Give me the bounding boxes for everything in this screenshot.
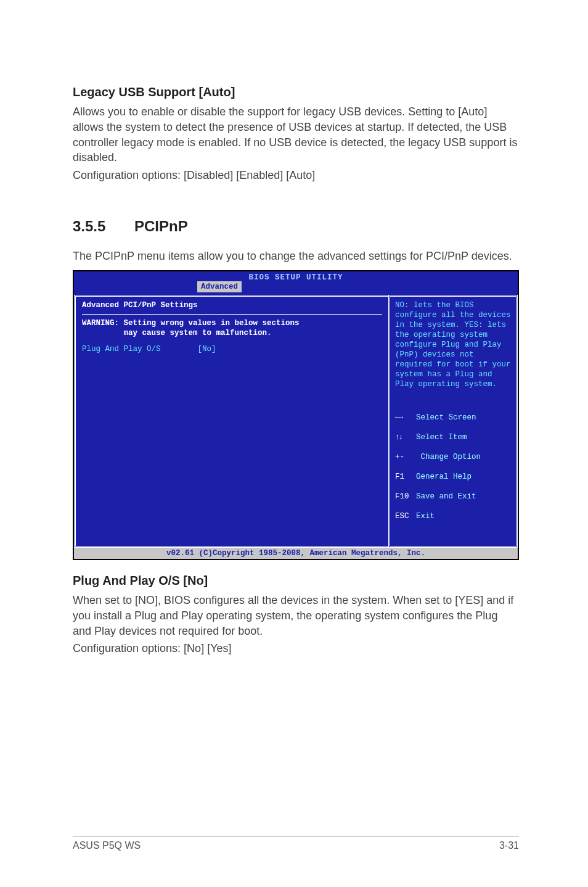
section-heading-pcipnp: 3.5.5 PCIPnP bbox=[73, 218, 519, 235]
bios-divider bbox=[82, 314, 382, 315]
key-plus-minus: +- bbox=[395, 452, 416, 462]
page-footer: ASUS P5Q WS 3-31 bbox=[73, 836, 519, 851]
bios-warning: WARNING: Setting wrong values in below s… bbox=[82, 318, 382, 338]
bios-screenshot: BIOS SETUP UTILITY Advanced Advanced PCI… bbox=[73, 270, 519, 560]
bios-tab-advanced[interactable]: Advanced bbox=[197, 281, 242, 292]
bios-key-legend: ←→Select Screen ↑↓Select Item +- Change … bbox=[395, 403, 511, 541]
bios-tab-row: Advanced bbox=[74, 281, 518, 292]
arrows-up-down-icon: ↑↓ bbox=[395, 432, 416, 442]
section-title: PCIPnP bbox=[134, 218, 188, 235]
para-plug-and-play-config: Configuration options: [No] [Yes] bbox=[73, 641, 519, 656]
bios-left-panel: Advanced PCI/PnP Settings WARNING: Setti… bbox=[74, 295, 388, 548]
key-change-option: Change Option bbox=[421, 453, 481, 461]
key-save-exit: Save and Exit bbox=[416, 492, 476, 501]
key-select-screen: Select Screen bbox=[416, 413, 476, 422]
bios-right-panel: NO: lets the BIOS configure all the devi… bbox=[388, 295, 518, 548]
heading-legacy-usb: Legacy USB Support [Auto] bbox=[73, 85, 519, 99]
para-legacy-usb-desc: Allows you to enable or disable the supp… bbox=[73, 104, 519, 165]
heading-plug-and-play: Plug And Play O/S [No] bbox=[73, 574, 519, 588]
arrows-left-right-icon: ←→ bbox=[395, 413, 416, 423]
footer-product: ASUS P5Q WS bbox=[73, 840, 141, 851]
bios-field-value: [No] bbox=[198, 345, 216, 353]
section-number: 3.5.5 bbox=[73, 218, 134, 235]
para-plug-and-play-desc: When set to [NO], BIOS configures all th… bbox=[73, 593, 519, 638]
key-f10: F10 bbox=[395, 492, 416, 501]
bios-footer: v02.61 (C)Copyright 1985-2008, American … bbox=[74, 548, 518, 559]
key-general-help: General Help bbox=[416, 472, 472, 481]
bios-field-plug-and-play[interactable]: Plug And Play O/S [No] bbox=[82, 344, 382, 354]
key-exit: Exit bbox=[416, 512, 435, 521]
key-select-item: Select Item bbox=[416, 433, 467, 442]
key-esc: ESC bbox=[395, 511, 416, 521]
bios-panel-title: Advanced PCI/PnP Settings bbox=[82, 300, 382, 310]
para-pcipnp-intro: The PCIPnP menu items allow you to chang… bbox=[73, 249, 519, 264]
bios-help-text: NO: lets the BIOS configure all the devi… bbox=[395, 300, 511, 389]
footer-page-number: 3-31 bbox=[499, 840, 519, 851]
para-legacy-usb-config: Configuration options: [Disabled] [Enabl… bbox=[73, 168, 519, 183]
bios-field-label: Plug And Play O/S bbox=[82, 345, 161, 353]
key-f1: F1 bbox=[395, 472, 416, 482]
